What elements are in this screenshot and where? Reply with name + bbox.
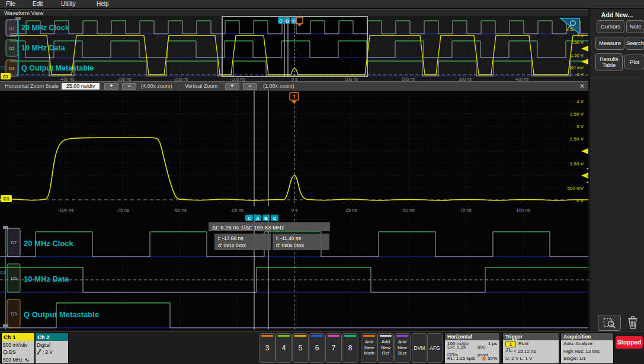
add-new-bus-button[interactable]: Add New Bus xyxy=(394,333,411,363)
overview-d3-badge-label: D3 xyxy=(9,66,15,71)
ch4-button[interactable]: 4 xyxy=(275,333,292,363)
acquisition-panel[interactable]: Acquisition Auto, Analyze High Res: 13 b… xyxy=(560,333,614,364)
svg-text:-75 ns: -75 ns xyxy=(116,207,129,213)
v-zoom-minus-button[interactable]: − xyxy=(243,83,257,90)
measure-button[interactable]: Measure xyxy=(595,37,624,50)
ch8-button[interactable]: 8 xyxy=(342,333,358,363)
svg-text:C1: C1 xyxy=(3,75,8,79)
overview-clock-label: 20 MHz Clock xyxy=(21,24,69,32)
add-new-math-button[interactable]: Add New Math xyxy=(361,333,377,363)
svg-text:100 ns: 100 ns xyxy=(345,76,358,81)
digital-c2-marker[interactable]: C2 xyxy=(0,270,5,274)
overview-time-axis: -400 ns -300 ns -200 ns -100 ns 0 s 100 … xyxy=(59,76,528,81)
search-button[interactable]: Search xyxy=(626,37,644,50)
menu-utility[interactable]: Utility xyxy=(61,0,75,8)
cursor-b-readout: t: -11.40 ns d: 0x0x 0xxx xyxy=(273,234,329,250)
svg-text:-200 ns: -200 ns xyxy=(173,76,188,81)
svg-text:3 V: 3 V xyxy=(576,124,584,129)
trigger-type: Runt xyxy=(518,340,528,348)
trigger-header: Trigger xyxy=(503,333,559,340)
h-zoom-plus-button[interactable]: + xyxy=(104,83,118,90)
trash-button[interactable] xyxy=(626,315,640,330)
overview-cursor-badges[interactable]: C B C xyxy=(278,17,297,24)
svg-text:2.50 V: 2.50 V xyxy=(570,136,584,142)
zoom-region-button[interactable] xyxy=(598,315,621,331)
right-panel: Add New... Cursors Note Measure Search R… xyxy=(589,9,644,331)
ch1-bandwidth: 500 MHz xyxy=(3,357,23,363)
v-zoom-label: Vertical Zoom xyxy=(185,82,217,91)
acq-resolution: High Res: 13 bits xyxy=(563,348,611,356)
svg-text:C: C xyxy=(248,216,251,221)
acquisition-header: Acquisition xyxy=(561,333,613,340)
ch2-badge[interactable]: Ch 2 Digital : 2 V xyxy=(35,333,69,364)
ch3-button[interactable]: 3 xyxy=(259,333,275,363)
h-zoom-scale-value[interactable]: 25.00 ns/div xyxy=(62,83,100,90)
svg-text:500 mV: 500 mV xyxy=(567,186,584,191)
horizontal-panel[interactable]: Horizontal 100 ns/div1 µs SR: 1.25 GS/s8… xyxy=(444,333,500,364)
panel-divider xyxy=(591,78,643,78)
ch1-badge[interactable]: Ch 1 500 mV/div DS 500 MHz xyxy=(1,333,35,364)
overview-c2-marker[interactable]: C2 xyxy=(1,66,6,70)
add-new-ref-button[interactable]: Add New Ref xyxy=(377,333,394,363)
acq-single: Single: 1/1 xyxy=(563,355,611,363)
zoom-analog-view[interactable]: T C1 4 V 3.50 V 3 V 2.50 V 1.50 V 500 mV… xyxy=(0,91,588,214)
h-position: 50% xyxy=(488,355,497,363)
digital-group-grip-bottom[interactable] xyxy=(3,324,8,327)
overview-data-label: 10 MHz Data xyxy=(21,44,66,52)
panel-splitter[interactable] xyxy=(587,168,589,183)
h-zoom-minus-button[interactable]: − xyxy=(122,83,136,90)
zoom-region-icon xyxy=(603,318,616,328)
results-table-button[interactable]: Results Table xyxy=(595,53,623,71)
overview-svg[interactable]: C B C D7 D5 D3 20 MHz Clock 10 MHz Data … xyxy=(0,16,588,81)
trigger-panel[interactable]: Trigger 1Runt < 25.12 ns U: 2 V L: 1 V xyxy=(502,333,559,364)
probe-icon xyxy=(3,349,8,356)
overview-waveform-area[interactable]: C B C D7 D5 D3 20 MHz Clock 10 MHz Data … xyxy=(0,16,588,81)
svg-text:1.50 V: 1.50 V xyxy=(571,53,584,58)
digital-zoom-svg[interactable]: C A B C Δt: 6.26 ns 1/Δt: 159.63 MHz t: … xyxy=(0,214,588,330)
cursor-delta-readout: Δt: 6.26 ns 1/Δt: 159.63 MHz xyxy=(209,222,330,231)
ch1-scale: 500 mV/div xyxy=(3,341,33,349)
digital-d3-badge-label: D3 xyxy=(11,311,17,317)
note-button[interactable]: Note xyxy=(626,20,644,33)
svg-text:1.50 V: 1.50 V xyxy=(570,161,584,167)
cursors-button[interactable]: Cursors xyxy=(597,20,624,33)
svg-text:3 V: 3 V xyxy=(577,33,584,39)
trigger-levels: U: 2 V L: 1 V xyxy=(505,355,532,363)
menu-help[interactable]: Help xyxy=(97,0,109,8)
svg-text:0 s: 0 s xyxy=(291,207,298,213)
svg-text:d: 0x1x 0xxx: d: 0x1x 0xxx xyxy=(218,242,246,248)
svg-text:B: B xyxy=(264,216,268,221)
trigger-condition: < 25.12 ns xyxy=(514,348,536,356)
plot-button[interactable]: Plot xyxy=(624,55,644,69)
svg-text:T: T xyxy=(293,94,296,100)
overview-group-grip[interactable] xyxy=(15,17,21,20)
ch5-button[interactable]: 5 xyxy=(292,333,309,363)
zoom-close-icon[interactable]: ✕ xyxy=(579,82,585,91)
menu-edit[interactable]: Edit xyxy=(33,0,43,8)
v-zoom-plus-button[interactable]: + xyxy=(225,83,239,90)
svg-text:Δt: 6.26 ns 1/Δt: 159.63 MHz: Δt: 6.26 ns 1/Δt: 159.63 MHz xyxy=(212,224,284,231)
digital-zoom-view[interactable]: C A B C Δt: 6.26 ns 1/Δt: 159.63 MHz t: … xyxy=(0,214,588,330)
ch7-button[interactable]: 7 xyxy=(325,333,342,363)
digital-group-grip-top[interactable] xyxy=(3,226,8,229)
svg-text:t: -17.66 ns: t: -17.66 ns xyxy=(218,235,243,241)
svg-text:3.50 V: 3.50 V xyxy=(570,111,584,117)
ch2-threshold: : 2 V xyxy=(43,349,53,355)
h-zoom-factor: (4.00x zoom) xyxy=(141,82,172,91)
digital-data-label: 10 MHz Data xyxy=(24,274,69,283)
zoom-analog-svg[interactable]: T C1 4 V 3.50 V 3 V 2.50 V 1.50 V 500 mV… xyxy=(0,91,588,214)
svg-text:200 ns: 200 ns xyxy=(402,76,415,81)
ch6-button[interactable]: 6 xyxy=(309,333,325,363)
svg-text:2.50 V: 2.50 V xyxy=(571,40,584,45)
digital-d7-badge-label: D7 xyxy=(11,240,17,245)
afg-button[interactable]: AFG xyxy=(427,333,443,363)
trigger-source-badge: 1 xyxy=(505,341,516,347)
svg-text:100 ns: 100 ns xyxy=(516,207,530,213)
menu-file[interactable]: File xyxy=(6,0,15,8)
svg-text:A: A xyxy=(256,216,259,221)
runt-pulse-icon xyxy=(505,347,512,356)
stopped-status-badge[interactable]: Stopped xyxy=(616,336,643,349)
dvm-button[interactable]: DVM xyxy=(412,333,427,363)
overview-q-label: Q Output Metastable xyxy=(21,64,94,72)
svg-text:C: C xyxy=(279,18,283,24)
